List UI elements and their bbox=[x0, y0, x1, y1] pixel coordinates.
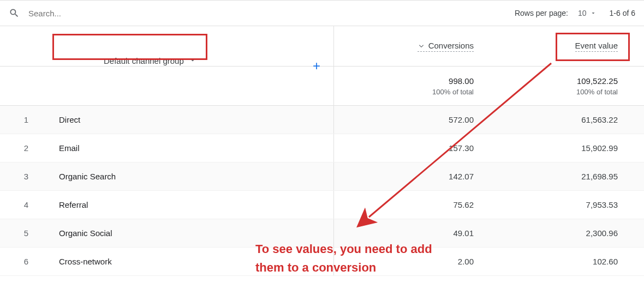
add-dimension-button[interactable]: + bbox=[313, 59, 320, 73]
search-input[interactable] bbox=[28, 9, 138, 18]
row-conversions: 75.62 bbox=[334, 200, 487, 209]
event-value-label: Event value bbox=[575, 41, 618, 50]
row-index: 1 bbox=[0, 115, 44, 124]
row-conversions: 142.07 bbox=[334, 172, 487, 181]
row-index: 3 bbox=[0, 172, 44, 181]
event-value-total: 109,522.25 bbox=[577, 76, 618, 86]
row-index: 5 bbox=[0, 228, 44, 238]
row-event-value: 7,953.53 bbox=[487, 200, 640, 209]
event-value-column-header[interactable]: Event value bbox=[575, 41, 618, 52]
dimension-selector[interactable]: Default channel group bbox=[96, 52, 204, 70]
chevron-down-icon bbox=[590, 10, 597, 16]
row-event-value: 15,902.99 bbox=[487, 143, 640, 153]
row-channel-name: Direct bbox=[44, 115, 333, 124]
totals-row: 998.00 100% of total 109,522.25 100% of … bbox=[0, 67, 644, 106]
row-channel-name: Cross-network bbox=[44, 257, 333, 266]
row-event-value: 2,300.96 bbox=[487, 228, 640, 238]
table-row[interactable]: 3Organic Search142.0721,698.95 bbox=[0, 162, 644, 191]
row-channel-name: Email bbox=[44, 143, 333, 153]
conversions-column-header[interactable]: Conversions bbox=[418, 41, 474, 52]
row-index: 4 bbox=[0, 200, 44, 209]
table-row[interactable]: 5Organic Social49.012,300.96 bbox=[0, 219, 644, 248]
row-conversions: 2.00 bbox=[334, 257, 487, 266]
row-channel-name: Organic Social bbox=[44, 228, 333, 238]
search-field[interactable] bbox=[9, 8, 515, 19]
dimension-label: Default channel group bbox=[104, 56, 184, 65]
row-event-value: 102.60 bbox=[487, 257, 640, 266]
rows-per-page-select[interactable]: 10 bbox=[578, 9, 597, 17]
arrow-down-icon bbox=[418, 41, 425, 49]
table-body: 1Direct572.0061,563.222Email157.3015,902… bbox=[0, 106, 644, 276]
row-channel-name: Referral bbox=[44, 200, 333, 209]
toolbar: Rows per page: 10 1-6 of 6 bbox=[0, 0, 644, 26]
row-index: 6 bbox=[0, 257, 44, 266]
row-channel-name: Organic Search bbox=[44, 172, 333, 181]
conversions-label: Conversions bbox=[428, 41, 474, 50]
event-value-total-pct: 100% of total bbox=[576, 88, 618, 96]
row-event-value: 61,563.22 bbox=[487, 115, 640, 124]
chevron-down-icon bbox=[189, 57, 196, 64]
rows-per-page: Rows per page: 10 bbox=[515, 9, 597, 17]
rows-per-page-value: 10 bbox=[578, 9, 587, 17]
rows-per-page-label: Rows per page: bbox=[515, 9, 568, 17]
page-range: 1-6 of 6 bbox=[610, 9, 635, 17]
table-row[interactable]: 2Email157.3015,902.99 bbox=[0, 134, 644, 162]
row-conversions: 157.30 bbox=[334, 143, 487, 153]
search-icon bbox=[9, 8, 20, 19]
table-row[interactable]: 1Direct572.0061,563.22 bbox=[0, 106, 644, 134]
table-header: Default channel group + Conversions Even… bbox=[0, 26, 644, 67]
conversions-total-pct: 100% of total bbox=[432, 88, 474, 96]
row-conversions: 572.00 bbox=[334, 115, 487, 124]
conversions-total: 998.00 bbox=[449, 76, 474, 86]
row-index: 2 bbox=[0, 143, 44, 153]
table-row[interactable]: 4Referral75.627,953.53 bbox=[0, 191, 644, 219]
row-event-value: 21,698.95 bbox=[487, 172, 640, 181]
table-row[interactable]: 6Cross-network2.00102.60 bbox=[0, 248, 644, 276]
row-conversions: 49.01 bbox=[334, 228, 487, 238]
pagination: Rows per page: 10 1-6 of 6 bbox=[515, 9, 635, 17]
